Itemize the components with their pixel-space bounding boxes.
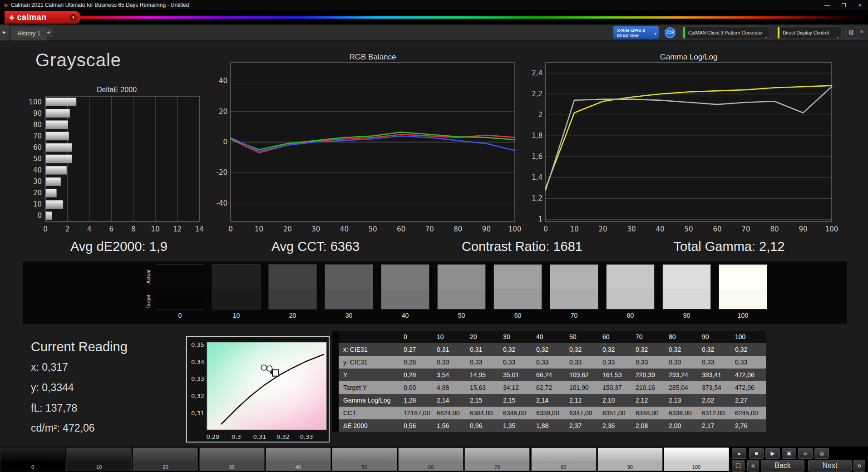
next-button[interactable]: Next — [808, 460, 852, 472]
grayscale-swatch — [493, 264, 542, 310]
table-cell: 6624,00 — [434, 407, 468, 419]
first-page-button[interactable]: « — [747, 460, 759, 472]
pattern-level-button[interactable]: 70 — [464, 447, 530, 471]
grayscale-swatch-strip: Actual Target 0102030405060708090100 — [23, 261, 847, 324]
table-col-header: 50 — [567, 331, 600, 343]
avg-cct-readout: Avg CCT: 6363 — [271, 239, 360, 254]
add-tab-button[interactable]: + — [44, 28, 53, 37]
pattern-swatch — [465, 448, 529, 463]
grayscale-swatch-label: 10 — [212, 312, 261, 319]
settings-gear-button[interactable]: ⚙ — [845, 27, 857, 39]
table-cell: 1,88 — [534, 419, 567, 432]
pattern-level-button[interactable]: 60 — [398, 447, 464, 471]
table-cell: 0,31 — [468, 343, 501, 356]
close-button[interactable]: × — [852, 0, 868, 10]
last-page-button[interactable]: » — [853, 460, 865, 472]
table-cell: 34,12 — [501, 381, 534, 394]
pattern-level-button[interactable]: 10 — [66, 447, 132, 471]
grayscale-swatch-label: 50 — [437, 312, 486, 319]
svg-text:90: 90 — [33, 109, 42, 118]
svg-text:2: 2 — [65, 225, 70, 233]
current-reading-x: x: 0,317 — [31, 361, 68, 374]
pattern-swatch — [67, 448, 131, 463]
svg-text:2: 2 — [538, 111, 542, 119]
display-control-label: Direct Display Control — [783, 30, 829, 35]
menu-chevron-down-icon: ▼ — [70, 14, 77, 21]
stop-button[interactable]: ■ — [749, 448, 764, 459]
pattern-generator-dropdown[interactable]: CalMAN Client 3 Pattern Generator ▼ — [683, 26, 770, 39]
table-cell: 6348,00 — [633, 407, 666, 419]
table-cell: 0,33 — [666, 356, 700, 369]
table-cell: 4,88 — [434, 381, 468, 394]
svg-text:60: 60 — [713, 225, 721, 233]
grayscale-swatch-cell: 80 — [606, 264, 655, 319]
minimize-button[interactable]: — — [819, 0, 835, 10]
record-button[interactable]: ◎ — [814, 448, 829, 459]
table-cell: 0,27 — [401, 343, 434, 356]
svg-text:6: 6 — [109, 225, 114, 233]
eject-button[interactable]: ▲ — [732, 448, 746, 459]
table-cell: 2,12 — [633, 394, 666, 407]
rgb-balance-line-chart: -40-20020400102030405060708090100 — [210, 59, 528, 232]
table-cell: 0,33 — [468, 356, 501, 369]
pattern-level-button[interactable]: 50 — [332, 447, 397, 471]
grayscale-swatch-label: 90 — [662, 312, 711, 319]
table-cell: 2,36 — [600, 419, 633, 432]
tab-history-1[interactable]: History 1 — [11, 27, 47, 40]
table-cell: 2,37 — [567, 419, 600, 432]
pattern-window-button[interactable]: □ — [732, 460, 745, 472]
continuous-measure-button[interactable]: ∞ — [798, 448, 813, 459]
table-cell: 6384,00 — [468, 407, 501, 419]
table-cell: 0,33 — [733, 356, 766, 369]
table-row: Gamma Log/Log1,282,142,152,152,142,122,1… — [339, 394, 766, 407]
pattern-generator-label: CalMAN Client 3 Pattern Generator — [688, 30, 763, 35]
maximize-icon — [842, 3, 846, 7]
svg-text:20: 20 — [33, 189, 42, 197]
display-control-dropdown[interactable]: Direct Display Control ▼ — [777, 26, 842, 39]
table-cell: 109,62 — [567, 369, 600, 381]
back-button[interactable]: Back — [761, 460, 804, 472]
table-cell: 1,56 — [434, 419, 468, 432]
pattern-level-button[interactable]: 0 — [0, 447, 65, 471]
contrast-ratio-readout: Contrast Ratio: 1681 — [462, 239, 582, 254]
pattern-level-button[interactable]: 80 — [531, 447, 597, 471]
grayscale-swatch-label: 20 — [268, 312, 317, 319]
pattern-generator-accent — [683, 27, 685, 39]
pattern-level-button[interactable]: 90 — [597, 447, 663, 471]
meter-dropdown[interactable]: X-Rite i1Pro 2 Direct View ▼ — [613, 26, 659, 39]
table-gutter — [332, 331, 339, 432]
table-cell: 2,14 — [434, 394, 468, 407]
maximize-button[interactable] — [835, 0, 852, 10]
svg-text:100: 100 — [29, 98, 42, 106]
pattern-level-button[interactable]: 30 — [199, 447, 265, 471]
table-cell: 472,06 — [733, 369, 766, 381]
table-row: y: CIE310,280,330,330,330,330,330,330,33… — [339, 356, 766, 369]
svg-text:1,2: 1,2 — [532, 194, 542, 202]
svg-text:70: 70 — [425, 225, 434, 233]
expand-panel-button[interactable]: » — [860, 28, 863, 35]
table-cell: 161,53 — [600, 369, 633, 381]
pattern-swatch — [133, 448, 197, 463]
table-cell: 1,28 — [401, 394, 434, 407]
tab-scroll-button[interactable]: ▶ — [0, 25, 9, 40]
table-cell: 0,31 — [434, 343, 468, 356]
grayscale-swatch-cell: 10 — [212, 264, 261, 319]
table-cell: 2,15 — [501, 394, 534, 407]
table-cell: 2,76 — [733, 419, 766, 432]
grayscale-swatch — [156, 264, 204, 310]
play-button[interactable]: ▶ — [765, 448, 780, 459]
calman-menu-button[interactable]: ◈ calman ▼ — [5, 11, 81, 24]
pattern-level-button[interactable]: 100 — [664, 447, 729, 471]
table-cell: 0,32 — [633, 343, 666, 356]
capture-button[interactable]: ▣ — [782, 448, 796, 459]
pattern-level-button[interactable]: 40 — [266, 447, 331, 471]
svg-text:0,35: 0,35 — [191, 341, 204, 348]
bottom-bar: 0102030405060708090100 ▲ ■ ▶ ▣ ∞ ◎ □ « B… — [0, 447, 868, 472]
svg-text:20: 20 — [219, 108, 227, 116]
grayscale-swatch-label: 0 — [156, 312, 204, 319]
table-cell: 15,63 — [468, 381, 501, 394]
table-cell: 2,00 — [666, 419, 700, 432]
svg-text:40: 40 — [219, 77, 227, 85]
pattern-level-button[interactable]: 20 — [133, 447, 198, 471]
avg-de2000-readout: Avg dE2000: 1,9 — [70, 239, 168, 254]
